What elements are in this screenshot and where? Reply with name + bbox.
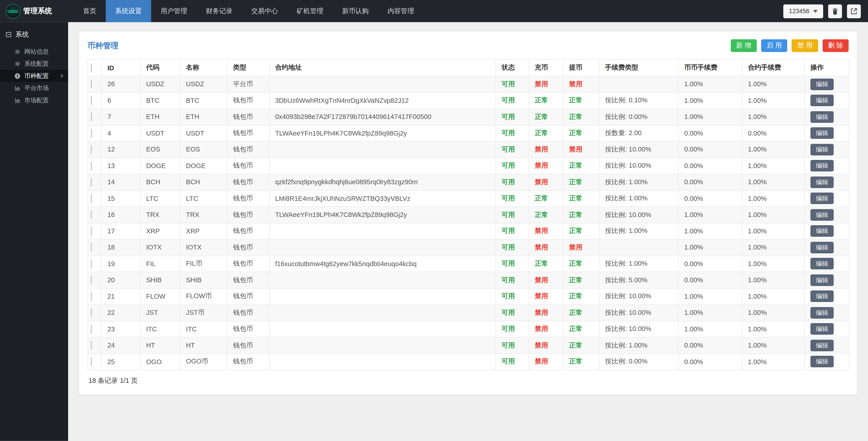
edit-button[interactable]: 编辑 xyxy=(810,226,834,237)
cell-fee-type: 按比例: 1.00% xyxy=(599,174,678,190)
cell-id: 4 xyxy=(101,125,140,141)
cell-contract-fee: 1.00% xyxy=(742,321,805,337)
enable-button[interactable]: 启 用 xyxy=(761,39,787,52)
table-row: 25OGOOGO币钱包币可用禁用正常按比例: 0.00%0.00%1.00%编辑 xyxy=(88,353,849,370)
user-menu-button[interactable]: 123456 xyxy=(783,4,823,18)
row-checkbox[interactable] xyxy=(91,243,92,252)
row-checkbox[interactable] xyxy=(91,341,92,350)
cell-coin-fee: 0.00% xyxy=(678,141,742,158)
cell-code: FLOW xyxy=(141,288,180,305)
sidebar-item-currency-config[interactable]: 币种配置 xyxy=(0,70,68,82)
edit-button[interactable]: 编辑 xyxy=(810,340,834,351)
edit-button[interactable]: 编辑 xyxy=(810,160,834,172)
row-checkbox[interactable] xyxy=(91,96,92,105)
cell-status: 可用 xyxy=(496,239,529,256)
cell-deposit: 禁用 xyxy=(529,305,563,321)
cell-contract xyxy=(269,337,496,354)
cell-code: SHIB xyxy=(141,272,180,289)
row-checkbox[interactable] xyxy=(91,227,92,236)
row-checkbox[interactable] xyxy=(91,129,92,138)
row-checkbox[interactable] xyxy=(91,276,92,284)
cell-select xyxy=(88,272,102,289)
sidebar-section-system[interactable]: 系统 xyxy=(0,22,68,45)
edit-button[interactable]: 编辑 xyxy=(810,241,834,253)
disable-button[interactable]: 禁 用 xyxy=(792,39,818,52)
column-header: 代码 xyxy=(141,59,180,76)
table-row: 21FLOWFLOW币钱包币可用禁用正常按比例: 10.00%1.00%1.00… xyxy=(88,288,849,305)
edit-button[interactable]: 编辑 xyxy=(810,356,834,368)
cell-type: 钱包币 xyxy=(227,256,270,272)
cell-coin-fee: 0.00% xyxy=(678,125,742,141)
table-row: 19FILFIL币钱包币f16xucotutbmw4tg62yew7kk5nqd… xyxy=(88,256,849,272)
cell-type: 钱包币 xyxy=(227,190,270,207)
edit-button[interactable]: 编辑 xyxy=(810,291,834,302)
nav-item-user-management[interactable]: 用户管理 xyxy=(151,0,196,22)
cell-deposit: 禁用 xyxy=(529,353,563,370)
cell-status: 可用 xyxy=(496,207,529,223)
cell-name: DOGE xyxy=(180,158,227,174)
row-checkbox[interactable] xyxy=(91,357,92,366)
add-button[interactable]: 新 增 xyxy=(731,39,757,52)
cell-actions: 编辑 xyxy=(805,353,849,370)
cell-withdraw: 正常 xyxy=(563,109,599,125)
cell-actions: 编辑 xyxy=(805,239,849,256)
select-all-cell xyxy=(88,59,102,76)
select-all-checkbox[interactable] xyxy=(91,63,92,72)
edit-button[interactable]: 编辑 xyxy=(810,258,834,270)
cell-status: 可用 xyxy=(496,223,529,239)
edit-button[interactable]: 编辑 xyxy=(810,144,834,155)
nav-item-trade-center[interactable]: 交易中心 xyxy=(242,0,287,22)
row-checkbox[interactable] xyxy=(91,145,92,154)
delete-button[interactable]: 删 除 xyxy=(823,39,849,52)
edit-button[interactable]: 编辑 xyxy=(810,274,834,286)
cell-withdraw: 正常 xyxy=(563,288,599,305)
sidebar-item-system-config[interactable]: 系统配置 xyxy=(0,58,68,70)
sidebar-item-market-config[interactable]: 市场配置 xyxy=(0,94,68,106)
edit-button[interactable]: 编辑 xyxy=(810,78,834,90)
cell-coin-fee: 0.00% xyxy=(678,337,742,354)
row-checkbox[interactable] xyxy=(91,178,92,186)
nav-item-content-management[interactable]: 内容管理 xyxy=(378,0,423,22)
edit-button[interactable]: 编辑 xyxy=(810,111,834,123)
row-checkbox[interactable] xyxy=(91,308,92,317)
globe-icon xyxy=(14,73,21,79)
nav-item-system-settings[interactable]: 系统设置 xyxy=(106,0,151,22)
row-checkbox[interactable] xyxy=(91,210,92,219)
edit-button[interactable]: 编辑 xyxy=(810,95,834,106)
edit-button[interactable]: 编辑 xyxy=(810,323,834,335)
cell-type: 钱包币 xyxy=(227,353,270,370)
row-checkbox[interactable] xyxy=(91,80,92,89)
trash-button[interactable] xyxy=(828,4,842,18)
edit-button[interactable]: 编辑 xyxy=(810,209,834,220)
caret-down-icon xyxy=(813,10,817,12)
cell-id: 7 xyxy=(101,109,140,125)
cell-coin-fee: 1.00% xyxy=(678,207,742,223)
row-checkbox[interactable] xyxy=(91,259,92,268)
column-header: 合约地址 xyxy=(269,59,496,76)
nav-item-home[interactable]: 首页 xyxy=(74,0,106,22)
cell-deposit: 禁用 xyxy=(529,272,563,289)
row-checkbox[interactable] xyxy=(91,112,92,121)
cell-select xyxy=(88,190,102,207)
cell-withdraw: 正常 xyxy=(563,125,599,141)
cell-withdraw: 正常 xyxy=(563,353,599,370)
nav-item-miner-management[interactable]: 矿机管理 xyxy=(287,0,333,22)
logout-button[interactable] xyxy=(847,4,861,18)
edit-button[interactable]: 编辑 xyxy=(810,127,834,139)
row-checkbox[interactable] xyxy=(91,325,92,333)
nav-item-new-coin-subscribe[interactable]: 新币认购 xyxy=(333,0,378,22)
edit-button[interactable]: 编辑 xyxy=(810,176,834,188)
sidebar-item-site-info[interactable]: 网站信息 xyxy=(0,45,68,58)
edit-button[interactable]: 编辑 xyxy=(810,193,834,204)
nav-item-finance-records[interactable]: 财务记录 xyxy=(197,0,242,22)
cell-fee-type: 按数量: 2.00 xyxy=(599,125,678,141)
cell-fee-type: 按比例: 0.00% xyxy=(599,109,678,125)
row-checkbox[interactable] xyxy=(91,292,92,301)
edit-button[interactable]: 编辑 xyxy=(810,307,834,318)
cell-contract: qzkf2fxnq9pnygkkdhqhj6ue0895rq0lry83zgz9… xyxy=(269,174,496,190)
cell-actions: 编辑 xyxy=(805,76,849,92)
row-checkbox[interactable] xyxy=(91,194,92,203)
sidebar-item-platform-market[interactable]: 平台市场 xyxy=(0,82,68,94)
row-checkbox[interactable] xyxy=(91,162,92,170)
cell-name: USDZ xyxy=(180,76,227,92)
